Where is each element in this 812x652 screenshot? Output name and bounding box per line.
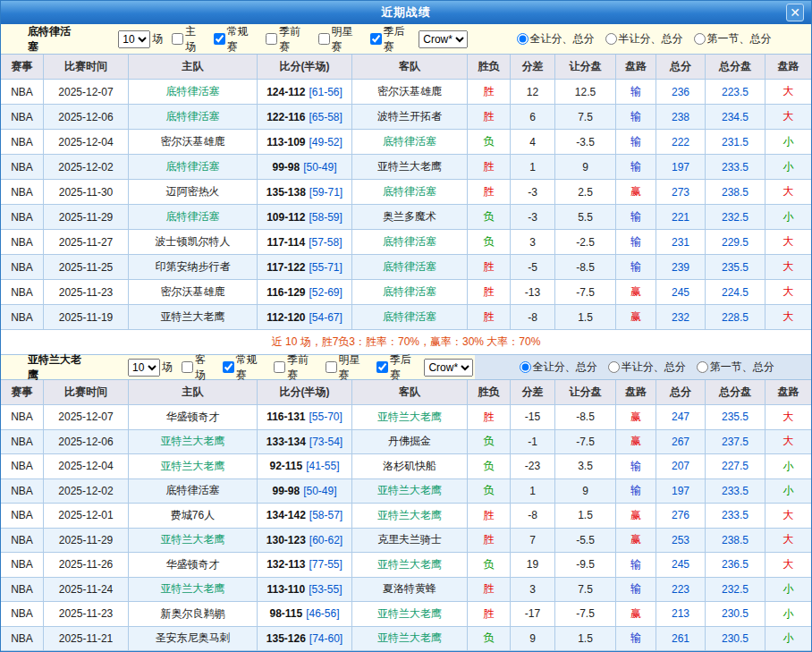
checkbox-input[interactable]: [172, 33, 183, 45]
total-points-cell: 247: [656, 405, 706, 430]
radio-input[interactable]: [520, 361, 531, 373]
total-points-cell: 245: [656, 553, 706, 578]
checkbox-input[interactable]: [214, 33, 225, 45]
over-under-cell: 大: [765, 553, 811, 578]
result-cell: 负: [468, 479, 511, 504]
checkbox-input[interactable]: [370, 33, 382, 45]
date-cell: 2025-11-23: [44, 602, 129, 627]
away-team-cell: 底特律活塞: [352, 255, 468, 280]
over-under-cell: 大: [765, 430, 811, 455]
total-points-cell: 267: [656, 430, 706, 455]
fulltime-score: 98-115: [269, 607, 302, 620]
column-header: 胜负: [468, 380, 511, 405]
total-points-cell: 261: [656, 627, 706, 652]
radio-input[interactable]: [605, 33, 617, 45]
handicap-result-cell: 赢: [616, 529, 656, 554]
fulltime-score: 112-120: [266, 311, 305, 324]
filter-checkbox[interactable]: 季后赛: [365, 24, 415, 55]
fulltime-score: 99-98: [272, 161, 300, 174]
checkbox-input[interactable]: [223, 361, 234, 373]
home-team-cell: 新奥尔良鹈鹕: [129, 602, 258, 627]
handicap-line-cell: 3.5: [555, 454, 616, 479]
mode-radio[interactable]: 半让分、总分: [601, 360, 686, 375]
handicap-result-cell: 赢: [616, 504, 656, 529]
away-team-cell: 丹佛掘金: [352, 430, 468, 455]
radio-input[interactable]: [517, 33, 529, 45]
filter-checkbox[interactable]: 明星赛: [320, 352, 369, 383]
diff-cell: 12: [511, 80, 555, 105]
mode-radio[interactable]: 第一节、总分: [689, 360, 774, 375]
date-cell: 2025-12-06: [44, 105, 129, 130]
date-cell: 2025-12-01: [44, 504, 129, 529]
date-cell: 2025-12-07: [44, 405, 129, 430]
checkbox-input[interactable]: [274, 361, 285, 373]
halftime-score: [61-56]: [309, 86, 343, 98]
diff-cell: -15: [511, 405, 555, 430]
away-team-cell: 亚特兰大老鹰: [352, 155, 468, 180]
over-under-cell: 小: [765, 155, 811, 180]
filter-checkbox[interactable]: 客场: [176, 352, 216, 383]
diff-cell: -1: [511, 430, 555, 455]
mode-radio[interactable]: 半让分、总分: [598, 31, 683, 47]
total-points-cell: 236: [656, 80, 706, 105]
fulltime-score: 113-110: [266, 583, 305, 596]
handicap-line-cell: -5.5: [555, 529, 616, 554]
away-team-cell: 底特律活塞: [352, 230, 468, 255]
filter-checkbox[interactable]: 常规赛: [208, 24, 258, 55]
home-team-cell: 亚特兰大老鹰: [129, 305, 258, 330]
table-row: NBA2025-11-23新奥尔良鹈鹕98-115[46-56]亚特兰大老鹰胜-…: [1, 602, 811, 627]
pistons-filter-bar: 底特律活塞 10 场 主场常规赛季前赛明星赛季后赛 Crow* 全让分、总分半让…: [1, 24, 811, 55]
column-header: 比赛时间: [44, 55, 129, 80]
radio-label: 半让分、总分: [622, 360, 686, 375]
checkbox-input[interactable]: [266, 33, 277, 45]
filter-checkbox[interactable]: 季后赛: [371, 352, 420, 383]
mode-radio[interactable]: 全让分、总分: [512, 360, 597, 375]
handicap-result-cell: 赢: [616, 430, 656, 455]
filter-checkbox[interactable]: 明星赛: [313, 24, 363, 55]
radio-label: 全让分、总分: [530, 31, 595, 47]
checkbox-label: 主场: [185, 24, 206, 55]
filter-checkbox[interactable]: 季前赛: [268, 352, 317, 383]
over-under-cell: 大: [765, 105, 811, 130]
filter-checkbox[interactable]: 季前赛: [260, 24, 310, 55]
fulltime-score: 117-122: [266, 261, 305, 274]
handicap-result-cell: 输: [616, 80, 656, 105]
column-header: 主队: [129, 380, 258, 405]
checkbox-input[interactable]: [376, 361, 388, 373]
handicap-line-cell: -7.5: [555, 602, 616, 627]
date-cell: 2025-12-02: [44, 155, 129, 180]
close-icon[interactable]: ✕: [786, 4, 804, 21]
total-points-cell: 197: [656, 479, 706, 504]
home-team-cell: 亚特兰大老鹰: [129, 430, 258, 455]
handicap-result-cell: 输: [616, 205, 656, 230]
odds-type-select[interactable]: Crow*: [419, 30, 468, 48]
radio-input[interactable]: [697, 361, 708, 373]
handicap-line-cell: -9.5: [555, 553, 616, 578]
date-cell: 2025-11-29: [44, 529, 129, 554]
odds-type-select[interactable]: Crow*: [424, 359, 473, 377]
filter-checkbox[interactable]: 主场: [166, 24, 206, 55]
games-count-select[interactable]: 10: [118, 30, 150, 48]
radio-input[interactable]: [694, 33, 706, 45]
filter-checkbox[interactable]: 常规赛: [217, 352, 266, 383]
games-count-select[interactable]: 10: [128, 359, 160, 377]
team-name: 底特律活塞: [28, 24, 80, 55]
handicap-line-cell: 7.5: [555, 105, 616, 130]
mode-radio[interactable]: 全让分、总分: [510, 31, 595, 47]
table-row: NBA2025-11-23密尔沃基雄鹿116-129[52-69]底特律活塞胜-…: [1, 280, 811, 305]
radio-label: 第一节、总分: [707, 31, 772, 47]
table-row: NBA2025-11-29亚特兰大老鹰130-123[60-62]克里夫兰骑士胜…: [1, 529, 811, 554]
total-line-cell: 223.5: [706, 80, 765, 105]
column-header: 比分(半场): [258, 380, 352, 405]
table-header: 赛事比赛时间主队比分(半场)客队胜负分差让分盘盘路总分总分盘盘路: [1, 55, 811, 80]
score-cell: 117-114[57-58]: [258, 230, 352, 255]
checkbox-input[interactable]: [326, 361, 337, 373]
home-team-cell: 亚特兰大老鹰: [129, 578, 258, 603]
checkbox-input[interactable]: [318, 33, 330, 45]
league-cell: NBA: [1, 430, 44, 455]
radio-input[interactable]: [608, 361, 620, 373]
checkbox-input[interactable]: [182, 361, 193, 373]
total-line-cell: 235.5: [706, 405, 765, 430]
result-cell: 胜: [468, 105, 511, 130]
mode-radio[interactable]: 第一节、总分: [687, 31, 772, 47]
